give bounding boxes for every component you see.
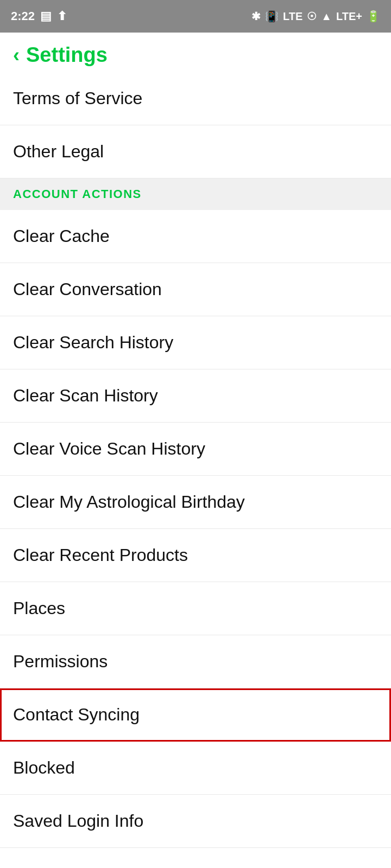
menu-item-my-data[interactable]: My Data: [0, 848, 391, 868]
status-bar-left: 2:22 ▤ ⬆: [11, 9, 67, 23]
menu-item-blocked[interactable]: Blocked: [0, 742, 391, 795]
bluetooth-icon: ✱: [251, 10, 261, 23]
menu-item-clear-cache[interactable]: Clear Cache: [0, 210, 391, 263]
time-display: 2:22: [11, 9, 35, 23]
menu-item-clear-voice-scan-history[interactable]: Clear Voice Scan History: [0, 423, 391, 476]
settings-list: Terms of ServiceOther LegalACCOUNT ACTIO…: [0, 72, 391, 868]
menu-item-clear-search-history[interactable]: Clear Search History: [0, 316, 391, 369]
status-bar-right: ✱ 📳 LTE ☉ ▲ LTE+ 🔋: [251, 10, 380, 23]
battery-icon: 🔋: [367, 10, 380, 23]
menu-item-clear-conversation[interactable]: Clear Conversation: [0, 263, 391, 316]
menu-item-permissions[interactable]: Permissions: [0, 635, 391, 688]
menu-item-contact-syncing[interactable]: Contact Syncing: [0, 688, 391, 742]
section-header-account-actions: ACCOUNT ACTIONS: [0, 178, 391, 210]
menu-item-clear-my-astrological-birthday[interactable]: Clear My Astrological Birthday: [0, 476, 391, 529]
notification-icon: ▤: [40, 9, 52, 23]
lte-icon: LTE+: [336, 10, 362, 23]
vibrate-icon: 📳: [265, 10, 279, 23]
page-title: Settings: [26, 43, 108, 67]
back-button[interactable]: ‹: [13, 44, 20, 67]
network-icon: ▲: [321, 10, 332, 23]
wifi-icon: ☉: [307, 10, 317, 23]
status-bar: 2:22 ▤ ⬆ ✱ 📳 LTE ☉ ▲ LTE+ 🔋: [0, 0, 391, 33]
menu-item-other-legal[interactable]: Other Legal: [0, 125, 391, 178]
menu-item-terms-of-service[interactable]: Terms of Service: [0, 72, 391, 125]
header: ‹ Settings: [0, 33, 391, 72]
menu-item-saved-login-info[interactable]: Saved Login Info: [0, 795, 391, 848]
menu-item-clear-scan-history[interactable]: Clear Scan History: [0, 369, 391, 423]
menu-item-clear-recent-products[interactable]: Clear Recent Products: [0, 529, 391, 582]
upload-icon: ⬆: [57, 9, 67, 23]
signal-icon: LTE: [283, 10, 302, 23]
menu-item-places[interactable]: Places: [0, 582, 391, 635]
